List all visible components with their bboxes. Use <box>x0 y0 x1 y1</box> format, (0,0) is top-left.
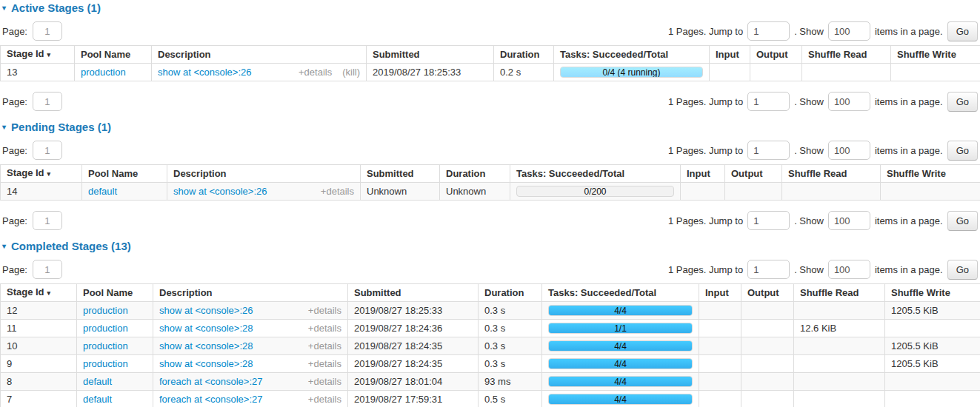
pool-name-link[interactable]: production <box>83 340 128 352</box>
page-size-input[interactable] <box>828 141 870 160</box>
col-header-submitted[interactable]: Submitted <box>367 46 494 64</box>
page-input[interactable] <box>33 260 62 279</box>
col-header-output[interactable]: Output <box>750 46 802 64</box>
stage-id-cell: 7 <box>1 391 77 407</box>
col-header-pool-name[interactable]: Pool Name <box>77 284 153 302</box>
col-header-tasks-succeeded-total[interactable]: Tasks: Succeeded/Total <box>554 46 710 64</box>
show-label: . Show <box>794 264 824 275</box>
details-toggle[interactable]: +details <box>308 377 341 386</box>
shuffle-read-cell <box>794 373 885 391</box>
active-stages-go-button[interactable]: Go <box>947 92 978 112</box>
description-link[interactable]: show at <console>:26 <box>159 306 253 315</box>
description-cell: foreach at <console>:27+details <box>153 373 348 391</box>
col-header-tasks-succeeded-total[interactable]: Tasks: Succeeded/Total <box>542 284 699 302</box>
col-header-submitted[interactable]: Submitted <box>348 284 479 302</box>
pool-name-link[interactable]: default <box>88 186 117 197</box>
col-header-shuffle-write[interactable]: Shuffle Write <box>881 165 980 183</box>
pool-name-link[interactable]: production <box>83 358 128 369</box>
pool-name-link[interactable]: production <box>83 323 128 334</box>
col-header-shuffle-read[interactable]: Shuffle Read <box>802 46 891 64</box>
details-toggle[interactable]: +details <box>308 341 341 351</box>
page-size-input[interactable] <box>828 211 870 230</box>
col-header-label: Shuffle Read <box>808 49 867 60</box>
tasks-progress-cell: 0/4 (4 running) <box>554 64 710 81</box>
pending-stages-pagination-bottom: Page:1 Pages. Jump to. Showitems in a pa… <box>2 210 978 231</box>
col-header-shuffle-read[interactable]: Shuffle Read <box>794 284 885 302</box>
col-header-shuffle-read[interactable]: Shuffle Read <box>782 165 881 183</box>
jump-to-page-input[interactable] <box>747 260 790 279</box>
description-link[interactable]: show at <console>:28 <box>159 341 253 351</box>
col-header-label: Description <box>158 49 211 60</box>
pool-name-link[interactable]: production <box>83 305 128 316</box>
col-header-pool-name[interactable]: Pool Name <box>75 46 152 64</box>
pending-stages-header[interactable]: ▾Pending Stages (1) <box>2 121 980 133</box>
page-label: Page: <box>2 96 27 107</box>
details-toggle[interactable]: +details <box>308 323 341 333</box>
jump-to-page-input[interactable] <box>747 141 790 160</box>
details-toggle[interactable]: +details <box>308 359 341 369</box>
col-header-pool-name[interactable]: Pool Name <box>82 165 167 183</box>
details-toggle[interactable]: +details <box>308 306 341 315</box>
col-header-description[interactable]: Description <box>152 46 367 64</box>
description-link[interactable]: foreach at <console>:27 <box>159 377 263 386</box>
col-header-shuffle-write[interactable]: Shuffle Write <box>891 46 980 64</box>
pool-name-link[interactable]: default <box>83 394 112 405</box>
description-wrap: foreach at <console>:27+details <box>159 394 341 404</box>
stage-id-cell: 14 <box>1 183 82 201</box>
description-link[interactable]: foreach at <console>:27 <box>159 394 263 404</box>
col-header-description[interactable]: Description <box>167 165 361 183</box>
page-input[interactable] <box>33 141 62 160</box>
col-header-duration[interactable]: Duration <box>440 165 510 183</box>
col-header-input[interactable]: Input <box>710 46 750 64</box>
input-cell <box>699 355 741 373</box>
input-cell <box>681 183 725 201</box>
col-header-input[interactable]: Input <box>681 165 725 183</box>
col-header-tasks-succeeded-total[interactable]: Tasks: Succeeded/Total <box>510 165 681 183</box>
page-input[interactable] <box>33 21 62 41</box>
pending-stages-go-button[interactable]: Go <box>947 211 978 231</box>
col-header-input[interactable]: Input <box>699 284 741 302</box>
stage-row: 7defaultforeach at <console>:27+details2… <box>1 391 980 407</box>
col-header-stage-id[interactable]: Stage Id▾ <box>1 284 77 302</box>
col-header-output[interactable]: Output <box>725 165 782 183</box>
page-size-input[interactable] <box>828 92 870 111</box>
col-header-output[interactable]: Output <box>741 284 794 302</box>
pool-name-link[interactable]: production <box>81 67 126 78</box>
page-input[interactable] <box>33 211 62 230</box>
description-link[interactable]: show at <console>:26 <box>158 67 251 77</box>
shuffle-write-cell <box>891 64 980 81</box>
col-header-description[interactable]: Description <box>153 284 348 302</box>
page-size-input[interactable] <box>828 260 870 279</box>
kill-link[interactable]: (kill) <box>342 67 360 77</box>
pool-name-link[interactable]: default <box>83 376 112 387</box>
description-link[interactable]: show at <console>:26 <box>173 186 267 196</box>
page-label: Page: <box>2 26 27 37</box>
col-header-label: Tasks: Succeeded/Total <box>548 287 656 298</box>
stage-id-cell: 10 <box>1 337 77 355</box>
active-stages-go-button[interactable]: Go <box>947 21 978 41</box>
col-header-submitted[interactable]: Submitted <box>361 165 440 183</box>
col-header-stage-id[interactable]: Stage Id▾ <box>1 165 82 183</box>
description-cell: show at <console>:26+details <box>167 183 361 201</box>
details-toggle[interactable]: +details <box>308 394 341 404</box>
jump-to-page-input[interactable] <box>747 92 790 111</box>
description-link[interactable]: show at <console>:28 <box>159 323 253 333</box>
active-stages-header[interactable]: ▾Active Stages (1) <box>2 1 980 14</box>
page-size-input[interactable] <box>828 21 870 41</box>
jump-to-page-input[interactable] <box>747 211 790 230</box>
col-header-shuffle-write[interactable]: Shuffle Write <box>885 284 980 302</box>
col-header-label: Shuffle Read <box>788 168 847 179</box>
col-header-duration[interactable]: Duration <box>494 46 554 64</box>
pending-stages-go-button[interactable]: Go <box>947 141 978 161</box>
col-header-duration[interactable]: Duration <box>479 284 542 302</box>
progress-label: 0/4 (4 running) <box>561 67 702 77</box>
details-toggle[interactable]: +details <box>321 186 354 196</box>
page-input[interactable] <box>33 92 62 111</box>
input-cell <box>699 320 741 337</box>
details-toggle[interactable]: +details <box>299 67 332 77</box>
completed-stages-go-button[interactable]: Go <box>947 260 978 280</box>
col-header-stage-id[interactable]: Stage Id▾ <box>1 46 75 64</box>
jump-to-page-input[interactable] <box>747 21 790 41</box>
completed-stages-header[interactable]: ▾Completed Stages (13) <box>2 240 980 252</box>
description-link[interactable]: show at <console>:28 <box>159 359 253 369</box>
